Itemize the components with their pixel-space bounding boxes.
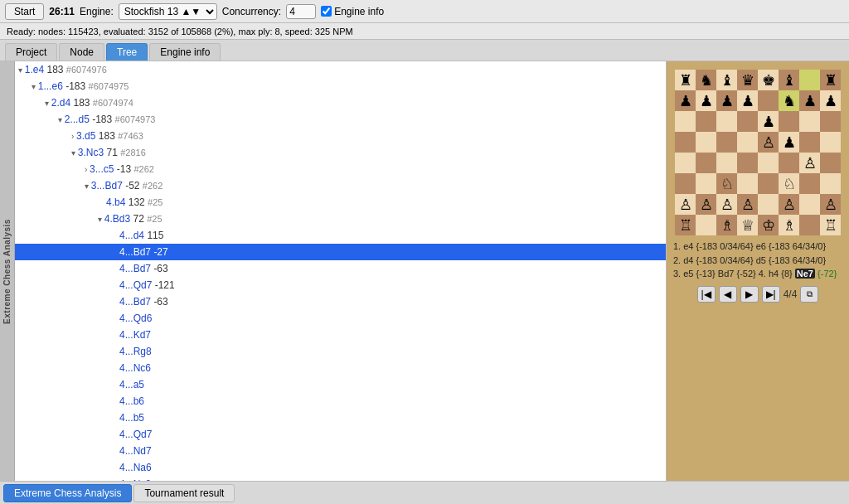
engine-info-checkbox[interactable]: [321, 6, 332, 17]
board-square: [696, 132, 716, 153]
board-square: [820, 111, 841, 132]
nav-next-button[interactable]: ▶: [740, 286, 759, 303]
board-square: [696, 215, 716, 235]
board-square: [737, 132, 758, 153]
highlighted-move: Ne7: [795, 269, 815, 279]
engine-info-label: Engine info: [334, 6, 384, 17]
board-square: [820, 153, 841, 173]
board-square: ♟: [799, 90, 820, 111]
tree-row[interactable]: ▾ 1.e4 183 #6074976: [15, 61, 666, 78]
tree-row[interactable]: 4...b5: [15, 410, 666, 426]
board-square: [716, 111, 737, 132]
nav-last-button[interactable]: ▶|: [762, 286, 780, 303]
bottom-tab-extreme-chess[interactable]: Extreme Chess Analysis: [3, 484, 132, 502]
bottom-tab-tournament[interactable]: Tournament result: [133, 484, 235, 502]
board-square: ♙: [675, 194, 696, 215]
board-square: [799, 132, 820, 153]
board-square: ♘: [716, 173, 737, 194]
board-square: [696, 111, 716, 132]
nav-first-button[interactable]: |◀: [697, 286, 716, 303]
tree-row[interactable]: 4...Na6: [15, 459, 666, 476]
board-square: ♞: [696, 70, 716, 90]
engine-info-checkbox-group: Engine info: [321, 6, 384, 17]
engine-select[interactable]: Stockfish 13 ▲▼: [119, 3, 217, 20]
status-text: Ready: nodes: 115423, evaluated: 3152 of…: [7, 27, 353, 36]
board-square: ♜: [675, 70, 696, 90]
board-square: ♟: [820, 90, 841, 111]
board-square: ♘: [779, 173, 799, 194]
tree-row[interactable]: ▾ 2...d5 -183 #6074973: [15, 111, 666, 128]
tree-row[interactable]: 4...Bd7 -63: [15, 293, 666, 310]
copy-button[interactable]: ⧉: [800, 286, 818, 303]
board-square: ♙: [758, 132, 779, 153]
tab-bar: Project Node Tree Engine info: [0, 40, 849, 61]
tree-row[interactable]: 4...Qd7: [15, 426, 666, 443]
tab-node[interactable]: Node: [59, 43, 104, 61]
board-square: [675, 111, 696, 132]
tree-row[interactable]: 4.b4 132 #25: [15, 194, 666, 211]
board-square: [799, 173, 820, 194]
tree-row[interactable]: › 3...c5 -13 #262: [15, 161, 666, 177]
board-square: [737, 173, 758, 194]
tree-row[interactable]: ▾ 3...Bd7 -52 #262: [15, 177, 666, 194]
board-square: [716, 132, 737, 153]
tree-row[interactable]: 4...Nd7: [15, 443, 666, 459]
board-square: ♖: [675, 215, 696, 235]
tree-row[interactable]: 4...Rg8: [15, 343, 666, 360]
left-panel-label: Extreme Chess Analysis: [2, 219, 12, 324]
board-square: ♟: [675, 90, 696, 111]
tree-row[interactable]: ▾ 1...e6 -183 #6074975: [15, 78, 666, 94]
notation-line-1: 1. e4 {-183 0/34/64} e6 {-183 64/34/0}: [673, 240, 842, 254]
tree-row[interactable]: 4...Kd7: [15, 327, 666, 343]
tree-row[interactable]: 4...Bd7 -27: [15, 244, 666, 260]
chess-board: ♜♞♝♛♚♝♜♟♟♟♟♞♟♟♟♙♟♙♘♘♙♙♙♙♙♙♖♗♕♔♗♖: [675, 70, 841, 235]
board-square: ♙: [737, 194, 758, 215]
start-button[interactable]: Start: [5, 3, 44, 20]
tree-row[interactable]: 4...Qd7 -121: [15, 277, 666, 293]
tree-row[interactable]: 4...Qd6: [15, 310, 666, 327]
notation-line-2: 2. d4 {-183 0/34/64} d5 {-183 64/34/0}: [673, 254, 842, 268]
board-square: ♟: [737, 90, 758, 111]
board-square: [758, 194, 779, 215]
score-value: {-72}: [817, 269, 837, 279]
board-square: [820, 173, 841, 194]
notation-line-3: 3. e5 {-13} Bd7 {-52} 4. h4 {8} Ne7 {-72…: [673, 267, 842, 281]
tab-engine-info[interactable]: Engine info: [149, 43, 221, 61]
board-square: ♚: [758, 70, 779, 90]
concurrency-input[interactable]: [286, 4, 316, 19]
board-square: [820, 132, 841, 153]
board-square: ♕: [737, 215, 758, 235]
board-square: [737, 111, 758, 132]
board-square: [675, 153, 696, 173]
nav-prev-button[interactable]: ◀: [719, 286, 737, 303]
tree-row[interactable]: ▾ 3.Nc3 71 #2816: [15, 144, 666, 161]
board-square: ♝: [779, 70, 799, 90]
board-square: ♝: [716, 70, 737, 90]
board-square: ♟: [758, 111, 779, 132]
tree-row[interactable]: 4...Bd7 -63: [15, 260, 666, 277]
tab-tree[interactable]: Tree: [106, 43, 148, 61]
tab-project[interactable]: Project: [5, 43, 57, 61]
board-square: ♙: [779, 194, 799, 215]
toolbar: Start 26:11 Engine: Stockfish 13 ▲▼ Conc…: [0, 0, 849, 23]
tree-row[interactable]: 4...Nc6: [15, 360, 666, 376]
board-square: [799, 194, 820, 215]
tree-row[interactable]: ▾ 4.Bd3 72 #25: [15, 211, 666, 227]
tree-row[interactable]: 4...d4 115: [15, 227, 666, 244]
board-square: [799, 215, 820, 235]
tree-row[interactable]: 4...a5: [15, 376, 666, 393]
left-panel: Extreme Chess Analysis: [0, 61, 15, 481]
tree-panel[interactable]: ▾ 1.e4 183 #6074976▾ 1...e6 -183 #607497…: [15, 61, 667, 481]
board-square: [737, 153, 758, 173]
board-square: ♖: [820, 215, 841, 235]
board-square: ♔: [758, 215, 779, 235]
tree-row[interactable]: 4...b6: [15, 393, 666, 410]
tree-row[interactable]: › 3.d5 183 #7463: [15, 128, 666, 144]
board-square: [779, 111, 799, 132]
board-square: ♟: [779, 132, 799, 153]
engine-label: Engine:: [80, 6, 114, 17]
tree-row[interactable]: ▾ 2.d4 183 #6074974: [15, 94, 666, 111]
board-square: [758, 90, 779, 111]
right-panel: ♜♞♝♛♚♝♜♟♟♟♟♞♟♟♟♙♟♙♘♘♙♙♙♙♙♙♖♗♕♔♗♖ 1. e4 {…: [667, 61, 849, 481]
board-square: ♙: [696, 194, 716, 215]
